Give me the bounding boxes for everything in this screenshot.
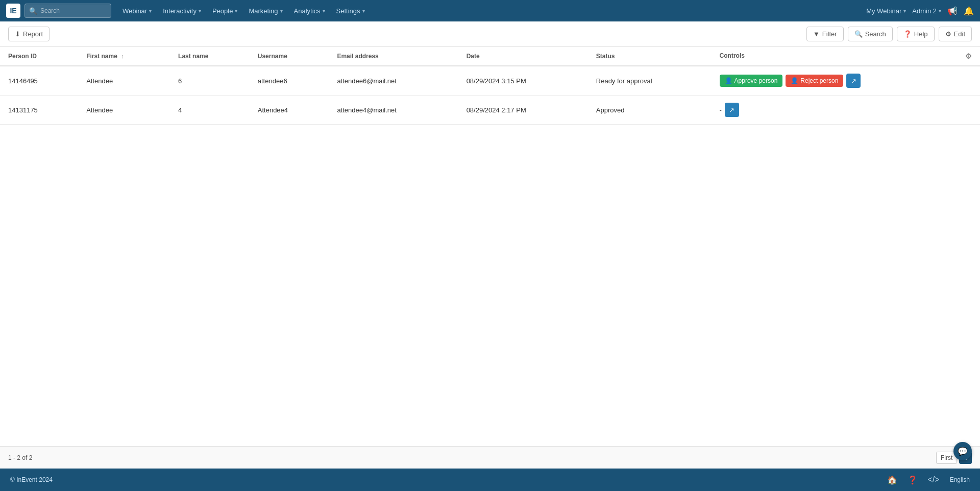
cell-date: 08/29/2024 3:15 PM <box>458 66 588 96</box>
cell-username: Attendee4 <box>250 96 329 125</box>
col-controls: Controls ⚙ <box>712 47 980 66</box>
search-icon: 🔍 <box>854 30 863 38</box>
cell-email: attendee6@mail.net <box>329 66 458 96</box>
pagination-bar: 1 - 2 of 2 First 1 <box>0 446 980 469</box>
edit-button[interactable]: ⚙ Edit <box>939 27 972 41</box>
column-settings-icon[interactable]: ⚙ <box>965 52 972 60</box>
pagination-info: 1 - 2 of 2 <box>8 454 32 461</box>
table-row: 14146495 Attendee 6 attendee6 attendee6@… <box>0 66 980 96</box>
cell-first-name: Attendee <box>78 96 170 125</box>
nav-item-settings[interactable]: Settings▾ <box>331 5 370 17</box>
app-logo: IE <box>6 4 20 18</box>
code-icon[interactable]: </> <box>928 475 940 484</box>
cell-status: Approved <box>588 96 712 125</box>
help-icon: ❓ <box>903 30 912 38</box>
gear-icon: ⚙ <box>945 30 951 38</box>
top-navigation: IE 🔍 Webinar▾ Interactivity▾ People▾ Mar… <box>0 0 980 21</box>
col-date: Date <box>458 47 588 66</box>
cell-username: attendee6 <box>250 66 329 96</box>
external-link-button-row1[interactable]: ↗ <box>846 74 861 88</box>
nav-item-webinar[interactable]: Webinar▾ <box>117 5 157 17</box>
cell-email: attendee4@mail.net <box>329 96 458 125</box>
cell-controls: 👤 Approve person 👤 Reject person ↗ <box>712 66 980 96</box>
toolbar: ⬇ Report ▼ Filter 🔍 Search ❓ Help ⚙ Edit <box>0 21 980 47</box>
col-status: Status <box>588 47 712 66</box>
controls-row-1: 👤 Approve person 👤 Reject person ↗ <box>720 74 972 88</box>
webinar-name-dropdown[interactable]: My Webinar▾ <box>866 7 906 15</box>
copyright-text: © InEvent 2024 <box>10 476 53 483</box>
reject-person-button[interactable]: 👤 Reject person <box>786 75 843 87</box>
col-first-name[interactable]: First name ↑ <box>78 47 170 66</box>
approve-person-button[interactable]: 👤 Approve person <box>720 75 783 87</box>
col-person-id: Person ID <box>0 47 78 66</box>
col-last-name: Last name <box>170 47 250 66</box>
controls-row-2: - ↗ <box>720 103 972 117</box>
cell-status: Ready for approval <box>588 66 712 96</box>
speaker-icon[interactable]: 📢 <box>947 6 958 16</box>
nav-item-interactivity[interactable]: Interactivity▾ <box>158 5 206 17</box>
download-icon: ⬇ <box>15 30 20 38</box>
col-username: Username <box>250 47 329 66</box>
main-nav: Webinar▾ Interactivity▾ People▾ Marketin… <box>117 5 370 17</box>
nav-item-analytics[interactable]: Analytics▾ <box>289 5 330 17</box>
nav-item-marketing[interactable]: Marketing▾ <box>243 5 287 17</box>
sort-icon: ↑ <box>121 53 124 59</box>
table-header-row: Person ID First name ↑ Last name Usernam… <box>0 47 980 66</box>
chat-bubble-button[interactable]: 💬 <box>953 442 972 460</box>
cell-first-name: Attendee <box>78 66 170 96</box>
col-email: Email address <box>329 47 458 66</box>
filter-icon: ▼ <box>813 30 820 38</box>
footer: © InEvent 2024 🏠 ❓ </> English <box>0 469 980 491</box>
cell-date: 08/29/2024 2:17 PM <box>458 96 588 125</box>
user-x-icon: 👤 <box>791 77 798 84</box>
language-selector[interactable]: English <box>950 476 970 483</box>
filter-button[interactable]: ▼ Filter <box>806 27 844 41</box>
no-controls-indicator: - <box>720 106 722 114</box>
people-table-container: Person ID First name ↑ Last name Usernam… <box>0 47 980 446</box>
external-link-button-row2[interactable]: ↗ <box>725 103 739 117</box>
cell-person-id: 14146495 <box>0 66 78 96</box>
nav-item-people[interactable]: People▾ <box>207 5 242 17</box>
admin-name-dropdown[interactable]: Admin 2▾ <box>912 7 941 15</box>
global-search-input[interactable] <box>40 7 107 14</box>
search-button[interactable]: 🔍 Search <box>848 27 893 41</box>
toolbar-right: ▼ Filter 🔍 Search ❓ Help ⚙ Edit <box>806 27 972 41</box>
home-icon[interactable]: 🏠 <box>887 475 897 485</box>
search-icon: 🔍 <box>29 7 37 15</box>
cell-controls: - ↗ <box>712 96 980 125</box>
chat-icon: 💬 <box>958 447 968 456</box>
cell-person-id: 14131175 <box>0 96 78 125</box>
external-link-icon: ↗ <box>729 106 734 114</box>
user-check-icon: 👤 <box>725 77 732 84</box>
question-icon[interactable]: ❓ <box>908 475 918 485</box>
external-link-icon: ↗ <box>851 77 856 85</box>
table-row: 14131175 Attendee 4 Attendee4 attendee4@… <box>0 96 980 125</box>
people-table: Person ID First name ↑ Last name Usernam… <box>0 47 980 125</box>
cell-last-name: 6 <box>170 66 250 96</box>
toolbar-left: ⬇ Report <box>8 27 50 41</box>
report-button[interactable]: ⬇ Report <box>8 27 50 41</box>
global-search-box[interactable]: 🔍 <box>24 4 111 18</box>
cell-last-name: 4 <box>170 96 250 125</box>
nav-right: My Webinar▾ Admin 2▾ 📢 🔔 <box>866 6 974 16</box>
help-button[interactable]: ❓ Help <box>897 27 935 41</box>
bell-icon[interactable]: 🔔 <box>964 6 974 16</box>
footer-right: 🏠 ❓ </> English <box>887 475 970 485</box>
